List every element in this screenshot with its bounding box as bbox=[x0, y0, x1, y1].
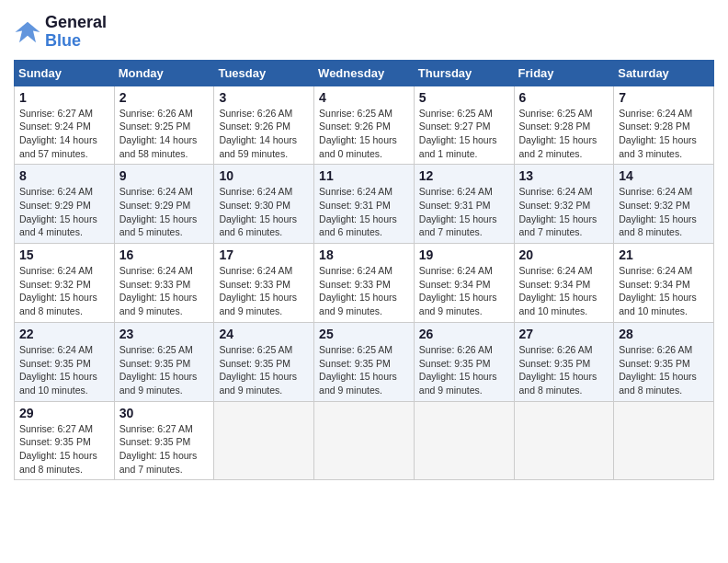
calendar-cell: 16Sunrise: 6:24 AM Sunset: 9:33 PM Dayli… bbox=[114, 244, 214, 323]
day-number: 9 bbox=[119, 168, 210, 183]
calendar-week-row: 22Sunrise: 6:24 AM Sunset: 9:35 PM Dayli… bbox=[15, 322, 714, 401]
calendar-header-friday: Friday bbox=[514, 60, 614, 86]
day-info: Sunrise: 6:24 AM Sunset: 9:33 PM Dayligh… bbox=[219, 264, 309, 318]
calendar-week-row: 1Sunrise: 6:27 AM Sunset: 9:24 PM Daylig… bbox=[15, 86, 714, 165]
day-number: 25 bbox=[319, 327, 409, 341]
calendar-cell: 5Sunrise: 6:25 AM Sunset: 9:27 PM Daylig… bbox=[414, 86, 514, 165]
calendar-header-thursday: Thursday bbox=[414, 60, 514, 86]
day-info: Sunrise: 6:24 AM Sunset: 9:28 PM Dayligh… bbox=[619, 107, 709, 161]
calendar-cell: 20Sunrise: 6:24 AM Sunset: 9:34 PM Dayli… bbox=[514, 244, 614, 323]
day-info: Sunrise: 6:24 AM Sunset: 9:32 PM Dayligh… bbox=[19, 264, 109, 318]
day-number: 19 bbox=[419, 247, 509, 262]
calendar-cell bbox=[614, 401, 714, 480]
logo-text-line1: General bbox=[45, 14, 107, 32]
calendar-cell: 7Sunrise: 6:24 AM Sunset: 9:28 PM Daylig… bbox=[614, 86, 714, 165]
calendar-cell: 10Sunrise: 6:24 AM Sunset: 9:30 PM Dayli… bbox=[214, 165, 314, 244]
logo-icon bbox=[14, 18, 41, 46]
day-number: 6 bbox=[519, 90, 609, 105]
calendar-header-tuesday: Tuesday bbox=[214, 60, 314, 86]
calendar-cell: 18Sunrise: 6:24 AM Sunset: 9:33 PM Dayli… bbox=[314, 244, 415, 323]
calendar-cell: 17Sunrise: 6:24 AM Sunset: 9:33 PM Dayli… bbox=[214, 244, 314, 323]
calendar-cell: 25Sunrise: 6:25 AM Sunset: 9:35 PM Dayli… bbox=[314, 322, 415, 401]
day-info: Sunrise: 6:25 AM Sunset: 9:26 PM Dayligh… bbox=[319, 107, 409, 161]
calendar-cell bbox=[214, 401, 314, 480]
day-number: 11 bbox=[319, 168, 409, 183]
calendar-cell: 12Sunrise: 6:24 AM Sunset: 9:31 PM Dayli… bbox=[414, 165, 514, 244]
day-info: Sunrise: 6:24 AM Sunset: 9:34 PM Dayligh… bbox=[619, 264, 709, 318]
calendar-cell bbox=[514, 401, 614, 480]
day-info: Sunrise: 6:26 AM Sunset: 9:25 PM Dayligh… bbox=[119, 107, 210, 161]
calendar-cell: 15Sunrise: 6:24 AM Sunset: 9:32 PM Dayli… bbox=[15, 244, 115, 323]
day-number: 21 bbox=[619, 247, 709, 262]
day-number: 5 bbox=[419, 90, 509, 105]
day-number: 24 bbox=[219, 327, 309, 341]
calendar-cell: 13Sunrise: 6:24 AM Sunset: 9:32 PM Dayli… bbox=[514, 165, 614, 244]
calendar-cell: 29Sunrise: 6:27 AM Sunset: 9:35 PM Dayli… bbox=[15, 401, 115, 480]
logo: General Blue bbox=[14, 14, 107, 51]
day-info: Sunrise: 6:25 AM Sunset: 9:35 PM Dayligh… bbox=[219, 343, 309, 397]
day-info: Sunrise: 6:25 AM Sunset: 9:27 PM Dayligh… bbox=[419, 107, 509, 161]
day-info: Sunrise: 6:24 AM Sunset: 9:32 PM Dayligh… bbox=[519, 185, 609, 239]
day-number: 18 bbox=[319, 247, 409, 262]
calendar-cell: 28Sunrise: 6:26 AM Sunset: 9:35 PM Dayli… bbox=[614, 322, 714, 401]
calendar-cell: 9Sunrise: 6:24 AM Sunset: 9:29 PM Daylig… bbox=[114, 165, 214, 244]
calendar-cell: 11Sunrise: 6:24 AM Sunset: 9:31 PM Dayli… bbox=[314, 165, 415, 244]
calendar-week-row: 15Sunrise: 6:24 AM Sunset: 9:32 PM Dayli… bbox=[15, 244, 714, 323]
calendar-cell: 8Sunrise: 6:24 AM Sunset: 9:29 PM Daylig… bbox=[15, 165, 115, 244]
day-number: 14 bbox=[619, 168, 709, 183]
day-number: 23 bbox=[119, 327, 210, 341]
day-number: 30 bbox=[119, 406, 210, 420]
day-number: 7 bbox=[619, 90, 709, 105]
calendar-cell: 19Sunrise: 6:24 AM Sunset: 9:34 PM Dayli… bbox=[414, 244, 514, 323]
calendar-header-row: SundayMondayTuesdayWednesdayThursdayFrid… bbox=[15, 60, 714, 86]
calendar-cell: 30Sunrise: 6:27 AM Sunset: 9:35 PM Dayli… bbox=[114, 401, 214, 480]
day-info: Sunrise: 6:24 AM Sunset: 9:31 PM Dayligh… bbox=[419, 185, 509, 239]
day-number: 28 bbox=[619, 327, 709, 341]
day-info: Sunrise: 6:24 AM Sunset: 9:34 PM Dayligh… bbox=[519, 264, 609, 318]
calendar-header-sunday: Sunday bbox=[15, 60, 115, 86]
calendar-cell bbox=[314, 401, 415, 480]
calendar-cell: 26Sunrise: 6:26 AM Sunset: 9:35 PM Dayli… bbox=[414, 322, 514, 401]
day-info: Sunrise: 6:24 AM Sunset: 9:35 PM Dayligh… bbox=[19, 343, 109, 397]
calendar-cell: 2Sunrise: 6:26 AM Sunset: 9:25 PM Daylig… bbox=[114, 86, 214, 165]
day-info: Sunrise: 6:26 AM Sunset: 9:35 PM Dayligh… bbox=[519, 343, 609, 397]
page-header: General Blue bbox=[14, 14, 714, 51]
calendar-week-row: 29Sunrise: 6:27 AM Sunset: 9:35 PM Dayli… bbox=[15, 401, 714, 480]
day-number: 27 bbox=[519, 327, 609, 341]
day-info: Sunrise: 6:24 AM Sunset: 9:33 PM Dayligh… bbox=[119, 264, 210, 318]
day-info: Sunrise: 6:24 AM Sunset: 9:32 PM Dayligh… bbox=[619, 185, 709, 239]
calendar-cell bbox=[414, 401, 514, 480]
day-number: 20 bbox=[519, 247, 609, 262]
calendar-cell: 1Sunrise: 6:27 AM Sunset: 9:24 PM Daylig… bbox=[15, 86, 115, 165]
day-info: Sunrise: 6:26 AM Sunset: 9:35 PM Dayligh… bbox=[419, 343, 509, 397]
day-info: Sunrise: 6:26 AM Sunset: 9:26 PM Dayligh… bbox=[219, 107, 309, 161]
calendar-header-monday: Monday bbox=[114, 60, 214, 86]
calendar-cell: 23Sunrise: 6:25 AM Sunset: 9:35 PM Dayli… bbox=[114, 322, 214, 401]
calendar-body: 1Sunrise: 6:27 AM Sunset: 9:24 PM Daylig… bbox=[15, 86, 714, 480]
day-number: 13 bbox=[519, 168, 609, 183]
calendar-cell: 22Sunrise: 6:24 AM Sunset: 9:35 PM Dayli… bbox=[15, 322, 115, 401]
day-info: Sunrise: 6:25 AM Sunset: 9:35 PM Dayligh… bbox=[319, 343, 409, 397]
logo-text-line2: Blue bbox=[45, 32, 107, 51]
day-number: 26 bbox=[419, 327, 509, 341]
day-info: Sunrise: 6:27 AM Sunset: 9:24 PM Dayligh… bbox=[19, 107, 109, 161]
day-number: 2 bbox=[119, 90, 210, 105]
calendar-week-row: 8Sunrise: 6:24 AM Sunset: 9:29 PM Daylig… bbox=[15, 165, 714, 244]
day-info: Sunrise: 6:27 AM Sunset: 9:35 PM Dayligh… bbox=[119, 422, 210, 477]
calendar-cell: 21Sunrise: 6:24 AM Sunset: 9:34 PM Dayli… bbox=[614, 244, 714, 323]
day-info: Sunrise: 6:24 AM Sunset: 9:31 PM Dayligh… bbox=[319, 185, 409, 239]
day-number: 10 bbox=[219, 168, 309, 183]
day-number: 16 bbox=[119, 247, 210, 262]
calendar-cell: 6Sunrise: 6:25 AM Sunset: 9:28 PM Daylig… bbox=[514, 86, 614, 165]
day-number: 4 bbox=[319, 90, 409, 105]
calendar-cell: 24Sunrise: 6:25 AM Sunset: 9:35 PM Dayli… bbox=[214, 322, 314, 401]
calendar-header-saturday: Saturday bbox=[614, 60, 714, 86]
day-number: 12 bbox=[419, 168, 509, 183]
day-info: Sunrise: 6:24 AM Sunset: 9:30 PM Dayligh… bbox=[219, 185, 309, 239]
day-info: Sunrise: 6:24 AM Sunset: 9:33 PM Dayligh… bbox=[319, 264, 409, 318]
calendar-table: SundayMondayTuesdayWednesdayThursdayFrid… bbox=[14, 60, 714, 481]
day-info: Sunrise: 6:24 AM Sunset: 9:29 PM Dayligh… bbox=[19, 185, 109, 239]
calendar-cell: 27Sunrise: 6:26 AM Sunset: 9:35 PM Dayli… bbox=[514, 322, 614, 401]
day-number: 15 bbox=[19, 247, 109, 262]
day-number: 17 bbox=[219, 247, 309, 262]
